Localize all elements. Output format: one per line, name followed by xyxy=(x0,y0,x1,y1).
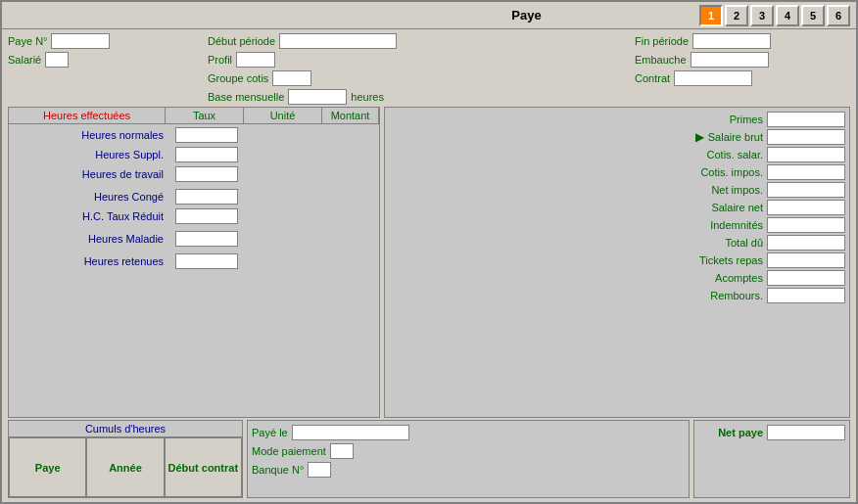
groupe-cotis-input[interactable] xyxy=(272,70,311,86)
debut-periode-input[interactable] xyxy=(279,33,397,49)
heures-retenues-input[interactable] xyxy=(175,253,238,269)
cotis-salar-row: Cotis. salar. xyxy=(389,147,845,162)
tab-5[interactable]: 5 xyxy=(801,5,825,26)
col-montant: Montant xyxy=(322,108,379,123)
paye-le-label: Payé le xyxy=(252,427,288,438)
hc-taux-reduit-input-cell xyxy=(167,207,246,225)
net-paye-input[interactable] xyxy=(767,425,845,440)
banque-no-input[interactable] xyxy=(308,462,331,478)
top-center-fields: Début période Profil Groupe cotis Base m… xyxy=(208,33,631,105)
heures-suppl-input[interactable] xyxy=(175,147,238,162)
salaire-net-input[interactable] xyxy=(767,200,845,215)
profil-input[interactable] xyxy=(236,52,275,68)
base-mensuelle-input[interactable] xyxy=(288,89,347,105)
fin-periode-label: Fin période xyxy=(635,35,689,47)
content-area: Paye N° Salarié Début période Profil xyxy=(2,29,856,502)
heures-retenues-montant-cell xyxy=(324,260,377,262)
rembours-input[interactable] xyxy=(767,288,845,303)
heures-normales-label: Heures normales xyxy=(11,129,167,141)
heures-retenues-unite-cell xyxy=(246,260,324,262)
heures-suppl-input-cell xyxy=(167,146,246,163)
rembours-row: Rembours. xyxy=(389,288,845,303)
hc-taux-reduit-montant-cell xyxy=(324,215,377,217)
salarie-input[interactable] xyxy=(45,52,69,68)
net-impos-input[interactable] xyxy=(767,182,845,198)
row-group-4: Heures retenues xyxy=(11,252,377,270)
cotis-impos-row: Cotis. impos. xyxy=(389,164,845,180)
col-heures-effectuees: Heures effectuées xyxy=(9,108,166,123)
indemnites-row: Indemnités xyxy=(389,217,845,233)
main-window: Paye 1 2 3 4 5 6 Paye N° Salarié xyxy=(0,0,858,504)
tab-6[interactable]: 6 xyxy=(827,5,850,26)
embauche-label: Embauche xyxy=(635,54,687,66)
heures-normales-unite-cell xyxy=(246,134,324,136)
net-impos-row: Net impos. xyxy=(389,182,845,198)
fin-periode-input[interactable] xyxy=(692,33,771,49)
primes-input[interactable] xyxy=(767,112,845,127)
tab-1[interactable]: 1 xyxy=(699,5,723,26)
profil-row: Profil xyxy=(208,52,631,68)
heures-maladie-label: Heures Maladie xyxy=(11,233,167,245)
groupe-cotis-row: Groupe cotis xyxy=(208,70,631,86)
cotis-impos-input[interactable] xyxy=(767,164,845,180)
heures-retenues-label: Heures retenues xyxy=(11,255,167,267)
table-row: Heures Congé xyxy=(11,188,377,206)
heures-normales-input[interactable] xyxy=(175,127,238,143)
net-paye-label: Net paye xyxy=(718,427,763,438)
row-group-2: Heures Congé H.C. Taux Réduit xyxy=(11,188,377,225)
profil-label: Profil xyxy=(208,54,232,66)
heures-normales-montant-cell xyxy=(324,134,377,136)
col-unite: Unité xyxy=(244,108,322,123)
salaire-brut-input[interactable] xyxy=(767,129,845,145)
title-bar: Paye 1 2 3 4 5 6 xyxy=(2,2,856,29)
heures-conge-label: Heures Congé xyxy=(11,191,167,203)
heures-conge-input-cell xyxy=(167,188,246,206)
hc-taux-reduit-input[interactable] xyxy=(175,208,238,224)
tickets-repas-row: Tickets repas xyxy=(389,252,845,268)
fin-periode-row: Fin période xyxy=(635,33,850,49)
net-impos-label: Net impos. xyxy=(711,184,763,196)
heures-suppl-label: Heures Suppl. xyxy=(11,149,167,160)
cotis-salar-input[interactable] xyxy=(767,147,845,162)
heures-conge-input[interactable] xyxy=(175,189,238,205)
acomptes-input[interactable] xyxy=(767,270,845,286)
tab-2[interactable]: 2 xyxy=(725,5,748,26)
heures-suppl-montant-cell xyxy=(324,154,377,156)
table-row: Heures normales xyxy=(11,126,377,144)
salaire-net-row: Salaire net xyxy=(389,200,845,215)
table-row: Heures Maladie xyxy=(11,230,377,248)
debut-periode-row: Début période xyxy=(208,33,631,49)
tab-4[interactable]: 4 xyxy=(776,5,799,26)
top-left-fields: Paye N° Salarié xyxy=(8,33,204,68)
total-du-input[interactable] xyxy=(767,235,845,251)
embauche-input[interactable] xyxy=(691,52,769,68)
mode-paiement-row: Mode paiement xyxy=(252,443,685,459)
mode-paiement-input[interactable] xyxy=(330,443,354,459)
cumuls-buttons: Paye Année Début contrat xyxy=(9,437,242,497)
window-title: Paye xyxy=(354,8,699,23)
contrat-input[interactable] xyxy=(674,70,752,86)
bottom-section: Cumuls d'heures Paye Année Début contrat… xyxy=(8,420,850,498)
primes-label: Primes xyxy=(730,114,763,125)
debut-periode-label: Début période xyxy=(208,35,275,47)
annee-button[interactable]: Année xyxy=(86,437,164,497)
tickets-repas-input[interactable] xyxy=(767,252,845,268)
salarie-row: Salarié xyxy=(8,52,204,68)
paye-button[interactable]: Paye xyxy=(9,437,86,497)
heures-conge-montant-cell xyxy=(324,196,377,198)
heures-maladie-montant-cell xyxy=(324,238,377,240)
base-mensuelle-label: Base mensuelle xyxy=(208,91,284,103)
salaire-brut-label: Salaire brut xyxy=(708,131,763,143)
table-body: Heures normales Heures Suppl. xyxy=(9,124,379,276)
heures-conge-unite-cell xyxy=(246,196,324,198)
heures-travail-input[interactable] xyxy=(175,166,238,182)
paye-no-input[interactable] xyxy=(51,33,110,49)
indemnites-input[interactable] xyxy=(767,217,845,233)
debut-contrat-button[interactable]: Début contrat xyxy=(165,437,242,497)
heures-maladie-input-cell xyxy=(167,230,246,248)
heures-maladie-input[interactable] xyxy=(175,231,238,247)
heures-maladie-unite-cell xyxy=(246,238,324,240)
paye-le-input[interactable] xyxy=(292,425,409,440)
tab-3[interactable]: 3 xyxy=(750,5,774,26)
col-taux: Taux xyxy=(166,108,244,123)
